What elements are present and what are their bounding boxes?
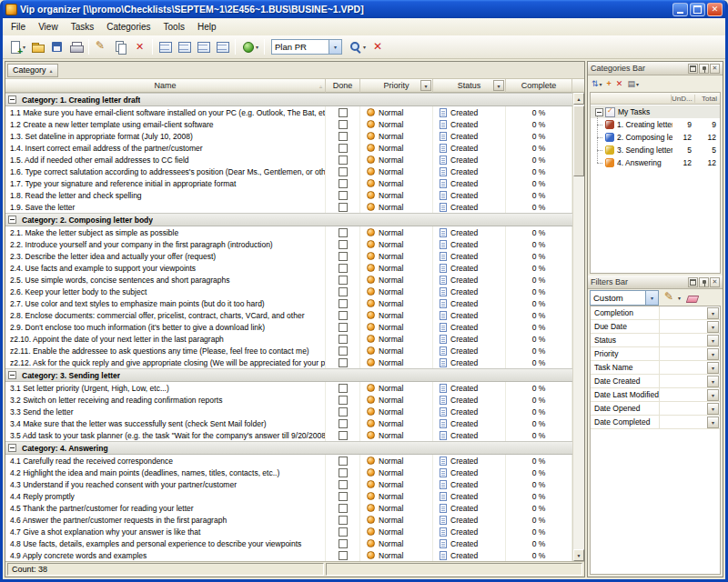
done-checkbox[interactable]	[339, 419, 348, 428]
task-status-cell[interactable]: Created	[433, 429, 506, 441]
task-priority-cell[interactable]: Normal	[360, 356, 433, 368]
done-checkbox[interactable]	[339, 516, 348, 525]
done-checkbox[interactable]	[339, 287, 348, 296]
done-checkbox[interactable]	[339, 240, 348, 249]
task-done-cell[interactable]	[326, 382, 360, 394]
task-row[interactable]: 3.1 Set letter priority (Urgent, High, L…	[5, 382, 572, 394]
task-complete-cell[interactable]: 0 %	[506, 177, 572, 189]
task-row[interactable]: 3.4 Make sure that the letter was succes…	[5, 417, 572, 429]
collapse-minus-icon[interactable]	[595, 108, 603, 116]
view-groups-button[interactable]	[194, 37, 213, 57]
header-filter-dropdown-button[interactable]: ▾	[493, 80, 504, 91]
task-status-cell[interactable]: Created	[433, 549, 506, 561]
task-done-cell[interactable]	[326, 502, 360, 514]
task-complete-cell[interactable]: 0 %	[506, 130, 572, 142]
filter-dropdown-button[interactable]: ▾	[707, 416, 719, 428]
task-status-cell[interactable]: Created	[433, 478, 506, 490]
task-status-cell[interactable]: Created	[433, 333, 506, 345]
task-done-cell[interactable]	[326, 345, 360, 356]
done-checkbox[interactable]	[339, 396, 348, 405]
menu-help[interactable]: Help	[191, 20, 223, 34]
task-done-cell[interactable]	[326, 417, 360, 429]
copy-task-button[interactable]	[111, 37, 130, 57]
task-done-cell[interactable]	[326, 455, 360, 467]
task-done-cell[interactable]	[326, 189, 360, 201]
task-status-cell[interactable]: Created	[433, 502, 506, 514]
done-checkbox[interactable]	[339, 108, 348, 117]
task-status-cell[interactable]: Created	[433, 262, 506, 274]
task-status-cell[interactable]: Created	[433, 166, 506, 177]
task-status-cell[interactable]: Created	[433, 455, 506, 467]
task-row[interactable]: 3.5 Add task to your task planner (e.g. …	[5, 429, 572, 441]
task-complete-cell[interactable]: 0 %	[506, 537, 572, 549]
done-checkbox[interactable]	[339, 144, 348, 153]
task-priority-cell[interactable]: Normal	[360, 490, 433, 502]
task-priority-cell[interactable]: Normal	[360, 177, 433, 189]
menu-view[interactable]: View	[32, 20, 65, 34]
task-priority-cell[interactable]: Normal	[360, 238, 433, 250]
task-priority-cell[interactable]: Normal	[360, 345, 433, 356]
edit-filter-button[interactable]: ▾	[662, 291, 682, 305]
done-checkbox[interactable]	[339, 120, 348, 129]
collapse-minus-icon[interactable]	[8, 95, 16, 104]
task-status-cell[interactable]: Created	[433, 490, 506, 502]
task-complete-cell[interactable]: 0 %	[506, 321, 572, 333]
task-done-cell[interactable]	[326, 297, 360, 309]
task-row[interactable]: 1.7. Type your signature and reference i…	[5, 177, 572, 189]
task-complete-cell[interactable]: 0 %	[506, 226, 572, 238]
task-complete-cell[interactable]: 0 %	[506, 345, 572, 356]
task-complete-cell[interactable]: 0 %	[506, 250, 572, 262]
task-priority-cell[interactable]: Normal	[360, 106, 433, 118]
filter-value[interactable]	[660, 334, 707, 346]
collapse-minus-icon[interactable]	[8, 371, 16, 379]
float-bar-button[interactable]	[688, 64, 698, 74]
task-priority-cell[interactable]: Normal	[360, 262, 433, 274]
scrollbar-thumb[interactable]	[573, 105, 584, 176]
task-row[interactable]: 1.8. Read the letter and check spellingN…	[5, 189, 572, 201]
task-done-cell[interactable]	[326, 262, 360, 274]
plan-combo[interactable]: Plan PR▾	[271, 39, 342, 55]
task-status-cell[interactable]: Created	[433, 394, 506, 406]
done-checkbox[interactable]	[339, 407, 348, 416]
task-status-cell[interactable]: Created	[433, 345, 506, 356]
done-checkbox[interactable]	[339, 156, 348, 165]
filter-dropdown-button[interactable]: ▾	[707, 335, 719, 346]
task-complete-cell[interactable]: 0 %	[506, 238, 572, 250]
view-table-button[interactable]	[156, 37, 175, 57]
task-complete-cell[interactable]: 0 %	[506, 166, 572, 177]
task-row[interactable]: 1.2 Create a new letter template using e…	[5, 118, 572, 130]
task-complete-cell[interactable]: 0 %	[506, 118, 572, 130]
task-complete-cell[interactable]: 0 %	[506, 142, 572, 154]
done-checkbox[interactable]	[339, 492, 348, 501]
filter-dropdown-button[interactable]: ▾	[707, 348, 719, 360]
task-done-cell[interactable]	[326, 201, 360, 213]
category-tree-item[interactable]: 4. Answering1212	[591, 156, 720, 169]
task-done-cell[interactable]	[326, 286, 360, 297]
undone-column-header[interactable]: UnD...	[671, 95, 694, 103]
task-complete-cell[interactable]: 0 %	[506, 262, 572, 274]
task-done-cell[interactable]	[326, 514, 360, 526]
task-row[interactable]: 2.7. Use color and text styles to emphas…	[5, 297, 572, 309]
menu-categories[interactable]: Categories	[100, 20, 157, 34]
done-checkbox[interactable]	[339, 228, 348, 237]
close-button[interactable]: ✕	[707, 3, 723, 16]
title-bar[interactable]: Vip organizer [\\promo\Checklists\SEPTEM…	[3, 0, 725, 18]
task-row[interactable]: 2.6. Keep your letter body to the subjec…	[5, 286, 572, 297]
task-row[interactable]: 4.8 Use facts, details, examples and per…	[5, 537, 572, 549]
task-complete-cell[interactable]: 0 %	[506, 297, 572, 309]
header-filter-dropdown-button[interactable]: ▾	[420, 80, 431, 91]
filter-value[interactable]	[660, 388, 707, 401]
task-priority-cell[interactable]: Normal	[360, 333, 433, 345]
done-checkbox[interactable]	[339, 468, 348, 477]
task-complete-cell[interactable]: 0 %	[506, 154, 572, 166]
task-done-cell[interactable]	[326, 429, 360, 441]
task-status-cell[interactable]: Created	[433, 297, 506, 309]
task-priority-cell[interactable]: Normal	[360, 394, 433, 406]
task-done-cell[interactable]	[326, 321, 360, 333]
done-checkbox[interactable]	[339, 276, 348, 285]
save-button[interactable]	[47, 37, 66, 57]
task-priority-cell[interactable]: Normal	[360, 274, 433, 286]
collapse-minus-icon[interactable]	[8, 444, 16, 452]
task-row[interactable]: 1.3. Set dateline in appropriate format …	[5, 130, 572, 142]
edit-task-button[interactable]	[92, 37, 111, 57]
